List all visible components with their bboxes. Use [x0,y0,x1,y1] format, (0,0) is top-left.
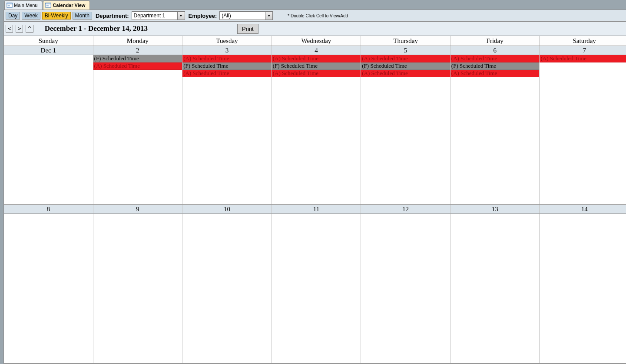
date-cell: 6 [450,46,540,55]
hint-text: * Double Click Cell to View/Add [288,13,348,18]
print-button[interactable]: Print [237,24,258,34]
event[interactable]: (A) Scheduled Time [361,70,450,77]
up-button[interactable]: ^ [26,25,33,33]
date-cell: 3 [182,46,272,55]
day-cell[interactable]: (A) Scheduled Time(F) Scheduled Time(A) … [272,55,361,204]
tab-calendar-view[interactable]: Calendar View [43,0,90,10]
nav-toolbar: < > ^ December 1 - December 14, 2013 Pri… [3,21,626,36]
date-cell: 13 [450,205,540,213]
event[interactable]: (A) Scheduled Time [272,70,361,77]
day-cell[interactable]: (A) Scheduled Time(F) Scheduled Time(A) … [182,55,272,204]
form-icon [45,2,51,8]
date-cell: 10 [182,205,272,213]
date-cell: Dec 1 [4,46,93,55]
date-cell: 9 [93,205,183,213]
svg-rect-1 [7,3,12,4]
date-cell: 4 [272,46,361,55]
event[interactable]: (A) Scheduled Time [361,55,450,62]
date-cell: 2 [93,46,183,55]
day-cell[interactable] [4,55,93,204]
date-row: Dec 1 2 3 4 5 6 7 [4,46,626,55]
day-cell[interactable] [93,214,183,363]
day-cell[interactable]: (A) Scheduled Time(F) Scheduled Time(A) … [361,55,450,204]
tab-label: Calendar View [53,3,85,8]
day-cell[interactable]: (A) Scheduled Time(F) Scheduled Time(A) … [450,55,540,204]
next-button[interactable]: > [16,25,23,33]
department-dropdown[interactable]: Department 1 ▼ [132,11,185,20]
date-cell: 5 [361,46,450,55]
employee-value: (All) [222,13,265,19]
event[interactable]: (A) Scheduled Time [450,55,540,62]
tab-strip: Main Menu Calendar View [3,0,626,10]
event[interactable]: (A) Scheduled Time [272,55,361,62]
date-cell: 14 [540,205,626,213]
view-biweekly-button[interactable]: Bi-Weekly [42,12,71,20]
date-row: 8 9 10 11 12 13 14 [4,205,626,214]
chevron-down-icon: ▼ [265,12,272,20]
day-cell[interactable]: (A) Scheduled Time [540,55,626,204]
event[interactable]: (A) Scheduled Time [540,55,626,62]
day-header-row: Sunday Monday Tuesday Wednesday Thursday… [4,36,626,46]
view-month-button[interactable]: Month [73,12,92,20]
filter-toolbar: Day Week Bi-Weekly Month Department: Dep… [3,10,626,21]
day-header: Monday [93,36,183,46]
form-icon [7,2,13,8]
day-cell[interactable] [182,214,272,363]
day-header: Saturday [540,36,626,46]
view-week-button[interactable]: Week [22,12,40,20]
event[interactable]: (A) Scheduled Time [450,70,540,77]
tab-label: Main Menu [14,3,37,8]
employee-label: Employee: [189,13,217,19]
day-cell[interactable] [4,214,93,363]
event[interactable]: (A) Scheduled Time [93,62,182,70]
day-cell[interactable] [272,214,361,363]
day-header: Sunday [4,36,93,46]
tab-main-menu[interactable]: Main Menu [4,0,42,10]
department-label: Department: [96,13,129,19]
day-cell[interactable] [540,214,626,363]
view-day-button[interactable]: Day [6,12,20,20]
employee-dropdown[interactable]: (All) ▼ [219,11,273,20]
week-row: (F) Scheduled Time(A) Scheduled Time(A) … [4,55,626,205]
event[interactable]: (F) Scheduled Time [272,62,361,70]
week-row [4,214,626,364]
event[interactable]: (F) Scheduled Time [182,62,272,70]
day-cell[interactable] [361,214,450,363]
day-cell[interactable]: (F) Scheduled Time(A) Scheduled Time [93,55,183,204]
chevron-down-icon: ▼ [177,12,185,20]
event[interactable]: (A) Scheduled Time [182,70,272,77]
calendar-grid: Sunday Monday Tuesday Wednesday Thursday… [3,36,626,364]
date-cell: 12 [361,205,450,213]
day-header: Tuesday [182,36,272,46]
event[interactable]: (A) Scheduled Time [182,55,272,62]
department-value: Department 1 [134,13,177,19]
date-cell: 11 [272,205,361,213]
event[interactable]: (F) Scheduled Time [361,62,450,70]
day-header: Thursday [361,36,450,46]
event[interactable]: (F) Scheduled Time [450,62,540,70]
date-range: December 1 - December 14, 2013 [45,24,148,33]
day-header: Friday [450,36,540,46]
svg-rect-5 [46,3,51,4]
day-header: Wednesday [272,36,361,46]
date-cell: 8 [4,205,93,213]
prev-button[interactable]: < [6,25,13,33]
day-cell[interactable] [450,214,540,363]
date-cell: 7 [540,46,626,55]
event[interactable]: (F) Scheduled Time [93,55,182,62]
